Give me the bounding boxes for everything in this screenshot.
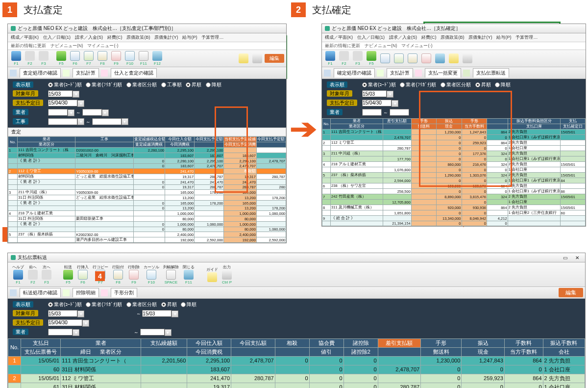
- win2-grid[interactable]: No. 業者差引支払額手形振込手形振込手数料負担区分支払 業者区分郵送料現金当方…: [322, 118, 586, 226]
- close-button[interactable]: 閉じるF11: [181, 264, 196, 285]
- taisho-to-input[interactable]: [142, 310, 172, 317]
- gyosha-input[interactable]: [48, 109, 68, 116]
- app-icon: [11, 255, 16, 260]
- table-row[interactable]: 3211 中川組（株）Y0050309-00165,000178,200165,…: [8, 190, 286, 195]
- prev-button[interactable]: F2: [24, 51, 36, 66]
- table-row[interactable]: 2112 ミワ管工0259,9238642 先方負担: [322, 140, 586, 146]
- radio-koji[interactable]: 工事順: [161, 81, 182, 88]
- next-button[interactable]: F3: [37, 51, 50, 66]
- prev-button[interactable]: 前へF2: [26, 264, 39, 285]
- radio-gyosha-code[interactable]: 業者(ｺｰﾄﾞ)順: [48, 81, 82, 88]
- row-delete-button[interactable]: 行削除F9: [126, 264, 141, 285]
- calc-button[interactable]: F5: [55, 51, 68, 66]
- col-reset-button[interactable]: 列幅解除SPACE: [162, 264, 180, 285]
- radio-gyosha-kubun[interactable]: 業者区分順: [126, 301, 157, 308]
- table-row[interactable]: 《 業 者 計 》01,000,0001,080,0001,000,000: [8, 222, 286, 227]
- tab-satei-kakunin[interactable]: 査定処理の確認: [20, 68, 61, 78]
- gyosha-from-input[interactable]: [48, 329, 73, 336]
- win2-titlebar: どっと原価 NEO EX どっと建設 株式会社…［支払確定］: [322, 24, 586, 33]
- table-row[interactable]: 6131日 材料関係19,31700280,7870001 会社口座: [8, 383, 585, 388]
- window-close-icon[interactable]: ✕: [572, 255, 582, 260]
- table-row[interactable]: 2,594,0000001 会社口座1（みずほ銀行東京84: [322, 178, 586, 183]
- radio-asc[interactable]: 昇順: [161, 301, 177, 308]
- help-button[interactable]: ヘルプF1: [11, 264, 25, 285]
- table-row[interactable]: 1,076,8000001 会社口座: [322, 167, 586, 173]
- win1-menu[interactable]: 構成／平面(K) 仕入／日報(1) 請求／入金(S) 経費(C) 原価政策(B)…: [8, 33, 286, 42]
- table-row[interactable]: 115/05/01111 吉田生コンクリート（2,201,5602,295,10…: [8, 356, 585, 365]
- table-row[interactable]: 177,7000001 会社口座1（みずほ銀行東京: [322, 156, 586, 162]
- taisho-from-input[interactable]: [48, 310, 77, 317]
- arrow-right-icon: [42, 270, 51, 280]
- table-row[interactable]: 6238 （株）サワ左官150,000108,1763242 先方負担: [322, 183, 586, 189]
- tab-kojo-meisai[interactable]: 控除明細: [73, 288, 99, 297]
- row-insert-button[interactable]: 行挿入F6: [75, 264, 90, 285]
- radio-desc[interactable]: 降順: [206, 81, 221, 88]
- table-row[interactable]: 《 業 者 計 》0165,000178,200165,000: [8, 201, 286, 206]
- radio-gyosha-code[interactable]: 業者(ｺｰﾄﾞ)順: [48, 301, 82, 308]
- cursor-button[interactable]: カーソルF10: [142, 264, 161, 285]
- tab-shiharai-keisan[interactable]: 支払計算: [73, 68, 99, 78]
- search-icon[interactable]: ▾: [73, 91, 79, 98]
- output-button[interactable]: 出力Ctrl P: [220, 264, 233, 285]
- table-row[interactable]: 6031日 材料関係183,607002,478,7070001 会社口座: [8, 365, 585, 374]
- tab-shiire-satei[interactable]: 仕入と査定の確認: [111, 68, 157, 78]
- table-row[interactable]: 9《 総 合 計 》13,340,0008,046,9424,212: [322, 216, 586, 221]
- guide-button[interactable]: ガイド: [205, 267, 220, 283]
- table-row[interactable]: 280,7870001 会社口座: [322, 146, 586, 151]
- table-row[interactable]: 瀬戸内多目的ホール建設工事192,0002,592,000192,0002,59…: [8, 237, 286, 243]
- table-row[interactable]: 080,00080,0001,080,000: [8, 227, 286, 232]
- table-row[interactable]: 31日 外注関係栗田邸新築工事80,00080,000: [8, 216, 286, 222]
- table-row[interactable]: 2112 ミワ管工Y0050309-00241,470相殺額: [8, 169, 286, 174]
- yotei-input[interactable]: [48, 100, 77, 106]
- table-row[interactable]: 1111 吉田生コンクリート（株D2001002-002,280,1002,29…: [8, 148, 286, 153]
- table-row[interactable]: 31日 外注関係どっと産業 給排水衛生設備工事13,20013,200178,2…: [8, 195, 286, 201]
- table-row[interactable]: 《 業 者 計 》0241,470241,470241,470: [8, 180, 286, 185]
- radio-gyosha-kana[interactable]: 業者(ﾌﾘｶﾞﾅ)順: [86, 81, 122, 88]
- win1-submenu[interactable]: 最新の情報に更新 ナビメニュー(N) マイメニュー(-): [8, 42, 286, 50]
- table-row[interactable]: 1111 吉田生コンクリート（株1,230,0001,247,8438642 先…: [322, 129, 586, 135]
- table-row[interactable]: 0183,6072,478,7072,478,707: [8, 164, 286, 169]
- win3-filters: 表示順 業者(ｺｰﾄﾞ)順 業者(ﾌﾘｶﾞﾅ)順 業者区分順 昇順 降順 対象年…: [8, 299, 585, 338]
- table-row[interactable]: 3211 中川組（株）0177,3763242 先方負担: [322, 151, 586, 156]
- table-row[interactable]: 2,478,7070001 会社口座1（みずほ銀行東京: [322, 135, 586, 140]
- radio-gyosha-kana[interactable]: 業者(ﾌﾘｶﾞﾅ)順: [86, 301, 122, 308]
- gyosha-to-input[interactable]: [140, 329, 165, 336]
- table-row[interactable]: 7242 竹田産業（株）8,890,0003,815,4763242 先方負担1…: [322, 194, 586, 200]
- table-row[interactable]: 5237 （株）柴木鉄筋1,290,0001,303,0763242 先方負担1…: [322, 173, 586, 178]
- table-row[interactable]: 《 業 者 計 》02,280,1002,295,1002,295,1002,4…: [8, 158, 286, 164]
- close-button[interactable]: F12: [151, 51, 164, 66]
- koji-input[interactable]: [48, 118, 77, 125]
- next-button[interactable]: 次へF3: [40, 264, 53, 285]
- table-row[interactable]: 12,705,80001 会社口座: [322, 200, 586, 205]
- taisho-input[interactable]: [48, 90, 73, 97]
- transfer-button[interactable]: 転送F5: [62, 264, 74, 285]
- table-row[interactable]: 258,5000001 会社口座1（みずほ銀行東京86: [322, 189, 586, 194]
- win1-grid[interactable]: No. 業者工事査定繰越税込金額今回仕入金額今回支払予定額当初支払予定繰越金額今…: [8, 136, 286, 243]
- table-row[interactable]: 21,394,154000: [322, 221, 586, 226]
- table-row[interactable]: 材料関係どっと産業 総提水衛生設備工事19,317280,78719,31728…: [8, 174, 286, 180]
- table-row[interactable]: 013,20013,200178,200: [8, 206, 286, 211]
- guide-icon: [239, 53, 248, 63]
- help-button[interactable]: F1: [10, 51, 23, 66]
- table-row[interactable]: 4218 アルミ建材工業860,000216,4763242 先方負担15/05…: [322, 162, 586, 167]
- search-icon[interactable]: ▾: [77, 310, 84, 317]
- radio-asc[interactable]: 昇順: [186, 81, 201, 88]
- table-row[interactable]: 1,851,800001 会社口座2（三井住友銀行60: [322, 210, 586, 216]
- radio-desc[interactable]: 降順: [181, 301, 196, 308]
- table-row[interactable]: 215/05/01112 ミワ管工241,470280,7870000259,9…: [8, 374, 585, 383]
- tab-tegata-bunkatsu[interactable]: 手形分割: [111, 288, 137, 297]
- edit-badge: 編集: [559, 288, 583, 297]
- window-restore-icon[interactable]: ▭: [560, 255, 570, 260]
- table-row[interactable]: 8311 及川機械工業（株）920,000930,9368642 先方負担15/…: [322, 205, 586, 210]
- table-row[interactable]: 5237 （株）柴木鉄筋K2002302-002,400,0002,400,00…: [8, 232, 286, 237]
- row-paste-button[interactable]: 行貼付F8: [111, 264, 125, 285]
- radio-gyosha-kubun[interactable]: 業者区分順: [126, 81, 157, 88]
- win1-titlebar: どっと原価 NEO EX どっと建設 株式会社…［支払査定(工事/部門別)］: [8, 24, 286, 33]
- win3-grid[interactable]: No. 支払日業者支払繰越額今回仕入額今回支払額相殺協会費諸控除差引支払額手形振…: [8, 338, 585, 388]
- table-row[interactable]: 019,317280,787280,787280: [8, 185, 286, 190]
- table-row[interactable]: 4218 アルミ建材工業1,000,0001,000,0001,080,000: [8, 211, 286, 216]
- help-icon: [11, 51, 21, 61]
- yotei-input[interactable]: [48, 319, 82, 326]
- table-row[interactable]: 材料関係二級河川 倉崎川 河床掘削工事183,607183,607183,607: [8, 153, 286, 158]
- tab-tenso-kakunin[interactable]: 転送処理の確認: [20, 288, 61, 297]
